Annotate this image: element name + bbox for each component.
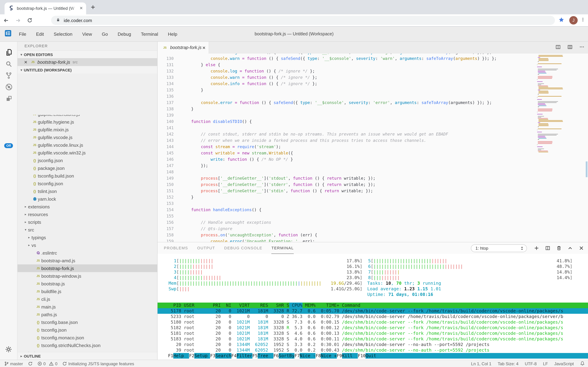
tree-item-buildfile.js[interactable]: JSbuildfile.js	[17, 287, 157, 295]
editor-tab[interactable]: JS bootstrap-fork.js	[157, 42, 209, 54]
fkey-f2[interactable]: F2	[189, 353, 194, 359]
forward-icon[interactable]	[12, 17, 24, 23]
process-row-5182[interactable]: 5182root2001021M181M3328R5.30.60:00.12/d…	[157, 325, 588, 331]
process-row-20[interactable]: 20root2001344M620521952S3.30.20:30.01/de…	[157, 342, 588, 347]
open-editor-item[interactable]: JS bootstrap-fork.js src	[17, 58, 157, 66]
process-row-5181[interactable]: 5181root2001021M181M3328S4.60.60:00.13/d…	[157, 331, 588, 336]
tab-close-icon[interactable]	[79, 5, 83, 12]
menu-selection[interactable]: Selection	[49, 31, 77, 37]
kill-terminal-icon[interactable]	[556, 245, 562, 251]
search-icon[interactable]	[0, 58, 17, 70]
col-header-mem%[interactable]: MEM%	[302, 303, 316, 308]
tree-item-jsconfig.json[interactable]: {}jsconfig.json	[17, 157, 157, 164]
explorer-icon[interactable]	[0, 47, 17, 58]
col-header-virt[interactable]: VIRT	[231, 303, 250, 308]
col-header-pri[interactable]: PRI	[210, 303, 221, 308]
tree-item-tsconfig.build.json[interactable]: {}tsconfig.build.json	[17, 172, 157, 180]
process-row-5233[interactable]: 5233root200000Z36.30.00:02.79/dev/shm/bi…	[157, 314, 588, 319]
url-bar[interactable]: ide.coder.com	[51, 16, 555, 25]
tree-item-src[interactable]: ▾src	[17, 226, 157, 234]
back-icon[interactable]	[0, 17, 12, 23]
problems-indicator[interactable]: 0 0	[37, 361, 58, 366]
new-terminal-icon[interactable]	[534, 245, 539, 251]
process-row-5180[interactable]: 5180root2001021M181M3328S7.30.60:00.15/d…	[157, 319, 588, 325]
debug-disabled-icon[interactable]	[0, 81, 17, 93]
bell-icon[interactable]	[580, 361, 585, 367]
status-eol[interactable]: LF	[543, 361, 548, 366]
col-header-cpu%[interactable]: CPU%	[289, 303, 302, 308]
tree-item-tsconfig.json[interactable]: {}tsconfig.json	[17, 180, 157, 187]
status-tab-size[interactable]: Tab Size: 4	[498, 361, 519, 366]
tree-item-.eslintrc[interactable]: .eslintrc	[17, 249, 157, 257]
fkey-f6[interactable]: F6	[273, 353, 279, 359]
tree-item-bootstrap-window.js[interactable]: JSbootstrap-window.js	[17, 272, 157, 280]
tree-item-resources[interactable]: ▸resources	[17, 210, 157, 218]
col-header-shr[interactable]: SHR	[268, 303, 284, 308]
tree-item-extensions[interactable]: ▸extensions	[17, 203, 157, 210]
extensions-icon[interactable]	[0, 93, 17, 104]
panel-tab-terminal[interactable]: TERMINAL	[272, 242, 294, 254]
menu-go[interactable]: Go	[97, 31, 113, 37]
tree-item-vs[interactable]: ▸vs	[17, 241, 157, 249]
bookmark-star-icon[interactable]	[558, 17, 564, 24]
tree-item-typings[interactable]: ▸typings	[17, 234, 157, 241]
tree-item-scripts[interactable]: ▸scripts	[17, 218, 157, 226]
sync-button[interactable]	[28, 361, 32, 366]
source-control-icon[interactable]	[0, 70, 17, 81]
panel-tab-problems[interactable]: PROBLEMS	[164, 242, 188, 254]
process-row-5183[interactable]: 5183root2001021M181M3328S4.00.60:00.11/d…	[157, 336, 588, 342]
col-header-command[interactable]: Command	[339, 303, 588, 308]
panel-tab-debug-console[interactable]: DEBUG CONSOLE	[224, 242, 262, 254]
branch-indicator[interactable]: master	[4, 361, 23, 366]
maximize-panel-icon[interactable]	[568, 245, 573, 251]
process-row-5178[interactable]: 5178root2001021M181M3328R72.70.60:05.70/…	[157, 308, 588, 314]
menu-view[interactable]: View	[77, 31, 97, 37]
tree-item-tsconfig.strictNullChecks.json[interactable]: {}tsconfig.strictNullChecks.json	[17, 342, 157, 349]
tree-item-tsconfig.base.json[interactable]: {}tsconfig.base.json	[17, 318, 157, 326]
tree-item-package.json[interactable]: {}package.json	[17, 164, 157, 172]
close-icon[interactable]	[202, 46, 206, 50]
tree-item-gulpfile.vscode.win32.js[interactable]: JSgulpfile.vscode.win32.js	[17, 149, 157, 157]
fkey-f3[interactable]: F3	[210, 353, 215, 359]
menu-file[interactable]: File	[14, 31, 31, 37]
tree-item-gulpfile.hygiene.js[interactable]: JSgulpfile.hygiene.js	[17, 118, 157, 126]
split-editor-icon[interactable]	[555, 44, 561, 51]
col-header-user[interactable]: USER	[181, 303, 210, 308]
fkey-f9[interactable]: F9	[337, 353, 342, 359]
fkey-f5[interactable]: F5	[252, 353, 258, 359]
tree-item-bootstrap-amd.js[interactable]: JSbootstrap-amd.js	[17, 257, 157, 264]
fkey-f8[interactable]: F8	[316, 353, 321, 359]
process-row-39[interactable]: 39root2001344M620521952S0.00.20:00.43/de…	[157, 347, 588, 353]
status-cursor-position[interactable]: Ln 1, Col 1	[471, 361, 491, 366]
col-header-res[interactable]: RES	[250, 303, 268, 308]
tree-item-main.js[interactable]: JSmain.js	[17, 303, 157, 311]
fkey-f10[interactable]: F10	[358, 353, 366, 359]
section-outline[interactable]: ▸ OUTLINE	[17, 352, 157, 360]
status-off-badge[interactable]: Off	[4, 143, 13, 148]
more-actions-icon[interactable]	[579, 44, 585, 51]
terminal-select[interactable]: 1: htop	[471, 244, 527, 252]
tree-item-tsconfig.json[interactable]: {}tsconfig.json	[17, 326, 157, 334]
tree-item-gulpfile.vscode.linux.js[interactable]: JSgulpfile.vscode.linux.js	[17, 141, 157, 149]
tree-item-bootstrap.js[interactable]: JSbootstrap.js	[17, 280, 157, 287]
language-status[interactable]: Initializing JS/TS language features	[62, 361, 134, 366]
tree-item-tslint.json[interactable]: {}tslint.json	[17, 187, 157, 195]
menu-terminal[interactable]: Terminal	[136, 31, 163, 37]
close-panel-icon[interactable]	[579, 245, 584, 251]
tree-item-gulpfile.extensions.js[interactable]: JSgulpfile.extensions.js	[17, 115, 157, 118]
tree-item-gulpfile.mixin.js[interactable]: JSgulpfile.mixin.js	[17, 126, 157, 133]
code-server-logo-icon[interactable]	[5, 30, 11, 38]
col-header-time+[interactable]: TIME+	[316, 303, 339, 308]
tree-item-cli.js[interactable]: JScli.js	[17, 295, 157, 303]
avatar[interactable]: J	[569, 16, 578, 25]
new-tab-icon[interactable]	[90, 5, 96, 11]
panel-tab-output[interactable]: OUTPUT	[197, 242, 215, 254]
fkey-f1[interactable]: F1	[168, 353, 173, 359]
tree-item-yarn.lock[interactable]: yarn.lock	[17, 195, 157, 203]
tree-item-bootstrap-fork.js[interactable]: JSbootstrap-fork.js	[17, 264, 157, 272]
tree-item-gulpfile.vscode.js[interactable]: JSgulpfile.vscode.js	[17, 133, 157, 141]
split-terminal-icon[interactable]	[545, 245, 550, 251]
htop-table-header[interactable]: PIDUSERPRINIVIRTRESSHRSCPU%MEM%TIME+Comm…	[157, 303, 588, 308]
fkey-f4[interactable]: F4	[231, 353, 237, 359]
kebab-menu-icon[interactable]	[580, 17, 585, 24]
